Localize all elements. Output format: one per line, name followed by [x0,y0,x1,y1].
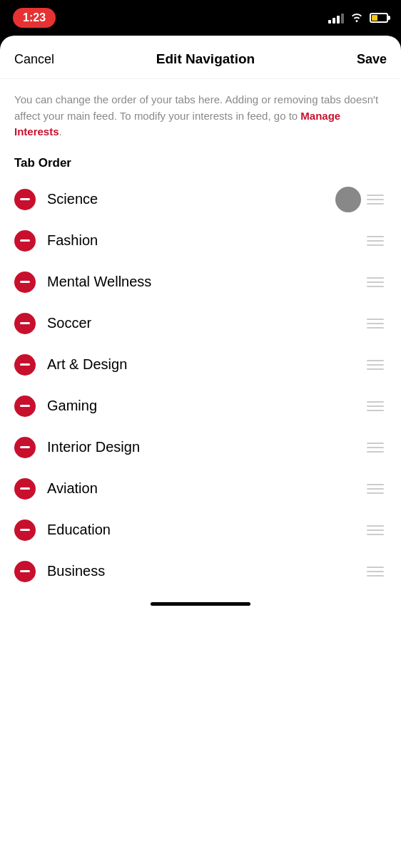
minus-icon [20,239,30,242]
remove-button[interactable] [14,520,36,541]
tab-item: Mental Wellness [0,262,401,303]
drag-dot [335,187,361,212]
battery-fill [372,15,377,21]
minus-icon [20,198,30,200]
tab-label: Mental Wellness [47,274,364,290]
tab-label: Fashion [47,232,364,249]
tab-list: Science Fashion Mental Wellness [0,175,401,596]
tab-item: Interior Design [0,427,401,468]
tab-item: Soccer [0,303,401,344]
tab-label: Soccer [47,315,364,331]
tab-order-label: Tab Order [0,148,401,175]
drag-handle[interactable] [364,192,387,207]
minus-icon [20,570,30,572]
home-indicator [151,602,250,606]
nav-header: Cancel Edit Navigation Save [0,36,401,79]
drag-handle[interactable] [364,357,387,373]
tab-label: Education [47,522,364,538]
minus-icon [20,446,30,448]
battery-icon [370,13,388,23]
tab-item: Science [0,179,401,220]
minus-icon [20,405,30,407]
drag-handle[interactable] [364,440,387,455]
remove-button[interactable] [14,437,36,458]
minus-icon [20,322,30,324]
cancel-button[interactable]: Cancel [14,52,54,67]
tab-label: Art & Design [47,356,364,373]
minus-icon [20,363,30,366]
tab-item: Gaming [0,386,401,427]
tab-item: Education [0,510,401,551]
signal-icon [328,12,344,24]
description-text: You can change the order of your tabs he… [14,92,387,140]
tab-item: Business [0,551,401,592]
drag-handle[interactable] [364,522,387,538]
remove-button[interactable] [14,396,36,417]
minus-icon [20,281,30,283]
remove-button[interactable] [14,230,36,252]
remove-button[interactable] [14,313,36,334]
wifi-icon [350,11,364,25]
tab-label: Interior Design [47,439,364,455]
minus-icon [20,529,30,531]
status-bar: 1:23 [0,0,401,36]
status-icons [328,11,388,25]
remove-button[interactable] [14,478,36,500]
remove-button[interactable] [14,272,36,293]
remove-button[interactable] [14,189,36,210]
tab-label: Business [47,563,364,579]
tab-label: Science [47,191,364,207]
drag-handle[interactable] [364,274,387,290]
tab-item: Aviation [0,468,401,510]
tab-item: Art & Design [0,344,401,386]
remove-button[interactable] [14,354,36,376]
time-display: 1:23 [13,8,56,28]
drag-handle[interactable] [364,481,387,497]
drag-handle[interactable] [364,316,387,331]
page-title: Edit Navigation [156,51,255,67]
tab-item: Fashion [0,220,401,262]
drag-handle[interactable] [364,398,387,414]
save-button[interactable]: Save [357,52,387,67]
app-container: Cancel Edit Navigation Save You can chan… [0,36,401,868]
tab-label: Aviation [47,480,364,497]
drag-handle[interactable] [364,564,387,579]
tab-label: Gaming [47,398,364,414]
description-section: You can change the order of your tabs he… [0,79,401,148]
minus-icon [20,487,30,490]
remove-button[interactable] [14,561,36,582]
drag-handle[interactable] [364,233,387,249]
